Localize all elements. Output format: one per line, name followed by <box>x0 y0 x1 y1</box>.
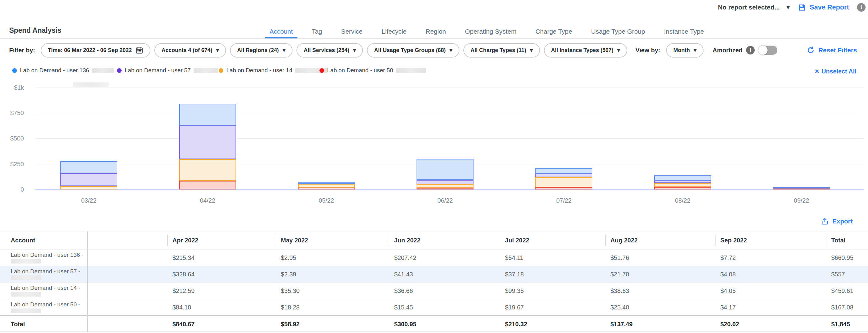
bar-segment-lab-on-demand-user-50-05-22 <box>298 188 355 190</box>
topbar: No report selected... ▼ Save Report i <box>718 3 866 12</box>
cell-value: $4.08 <box>720 266 736 282</box>
export-button[interactable]: Export <box>821 217 853 225</box>
cell-value: $4.05 <box>720 282 736 299</box>
filter-pill-all-services[interactable]: All Services (254)▼ <box>297 43 363 58</box>
bar-segment-lab-on-demand-user-136-07-22 <box>535 168 592 173</box>
redacted-text <box>11 259 41 264</box>
bar-segment-lab-on-demand-user-57-08-22 <box>654 180 711 183</box>
total-value: $20.02 <box>720 316 739 332</box>
cell-value: $54.11 <box>505 249 523 266</box>
x-tick-label: 08/22 <box>658 197 707 204</box>
filter-pill-all-instance-types[interactable]: All Instance Types (507)▼ <box>544 43 627 58</box>
cell-value: $15.45 <box>394 299 413 315</box>
legend-item-lab-on-demand-user-136[interactable]: Lab on Demand - user 136 <box>12 67 114 74</box>
column-header-jun-2022: Jun 2022 <box>389 235 421 246</box>
cell-value: $36.66 <box>394 282 413 299</box>
x-tick-label: 09/22 <box>777 197 826 204</box>
pill-label: Time: 06 Mar 2022 - 06 Sep 2022 <box>48 47 132 54</box>
tab-usage-type-group[interactable]: Usage Type Group <box>591 25 645 39</box>
cell-value: $2.39 <box>281 266 296 282</box>
tab-region[interactable]: Region <box>426 25 446 39</box>
report-selector-dropdown[interactable]: No report selected... ▼ <box>718 4 790 11</box>
gridline <box>35 113 864 113</box>
stacked-bar-chart: $1k$750$500$250003/2204/2205/2206/2207/2… <box>0 82 868 208</box>
total-value: $300.95 <box>394 316 416 332</box>
tab-operating-system[interactable]: Operating System <box>465 25 517 39</box>
table-row-lab-on-demand-user-57: Lab on Demand - user 57 -$328.64$2.39$41… <box>0 266 868 282</box>
y-tick-label: 0 <box>0 185 24 194</box>
amortized-info-icon[interactable]: i <box>746 46 755 55</box>
info-icon[interactable]: i <box>857 3 866 12</box>
filter-pill-all-usage-type-groups[interactable]: All Usage Type Groups (68)▼ <box>367 43 459 58</box>
redacted-text <box>92 68 114 73</box>
cell-value: $25.40 <box>611 299 629 315</box>
redacted-text <box>193 68 218 73</box>
spend-analysis-page: No report selected... ▼ Save Report i Sp… <box>0 0 868 333</box>
cell-value: $51.76 <box>611 249 629 266</box>
cell-value: $18.28 <box>281 299 300 315</box>
legend-dot <box>219 68 223 73</box>
filter-pill-time-06-mar-2022-06-sep-2022[interactable]: Time: 06 Mar 2022 - 06 Sep 2022 <box>41 43 150 58</box>
legend-label: Lab on Demand - user 57 <box>125 67 190 74</box>
cell-value: $41.43 <box>394 266 413 282</box>
account-column-divider <box>87 231 88 332</box>
cell-value: $212.59 <box>173 282 194 299</box>
filter-pill-accounts-4[interactable]: Accounts 4 (of 674)▼ <box>154 43 226 58</box>
legend-label: Lab on Demand - user 14 <box>226 67 292 74</box>
cell-value: $557 <box>831 266 845 282</box>
x-tick-label: 06/22 <box>421 197 469 204</box>
column-header-may-2022: May 2022 <box>276 235 308 246</box>
bar-segment-lab-on-demand-user-50-04-22 <box>179 181 236 190</box>
account-name: Lab on Demand - user 57 - <box>11 268 80 275</box>
cell-value: $459.61 <box>831 282 853 299</box>
legend-item-lab-on-demand-user-50[interactable]: Lab on Demand - user 50 <box>319 67 426 74</box>
bar-segment-lab-on-demand-user-50-06-22 <box>416 188 473 190</box>
gridline <box>35 138 864 139</box>
bar-segment-lab-on-demand-user-136-09-22 <box>773 187 830 188</box>
tab-instance-type[interactable]: Instance Type <box>664 25 704 39</box>
page-title: Spend Analysis <box>9 26 61 35</box>
y-tick-label: $750 <box>0 109 24 117</box>
filter-bar: Filter by: Time: 06 Mar 2022 - 06 Sep 20… <box>9 42 868 58</box>
legend-dot <box>319 68 324 73</box>
save-report-button[interactable]: Save Report <box>798 3 849 12</box>
report-selector-value: No report selected... <box>718 4 780 11</box>
tab-service[interactable]: Service <box>341 25 363 39</box>
legend-label: Lab on Demand - user 50 <box>327 67 393 74</box>
legend-item-lab-on-demand-user-14[interactable]: Lab on Demand - user 14 <box>219 67 328 74</box>
view-by-dropdown[interactable]: Month ▼ <box>666 43 704 58</box>
tab-tag[interactable]: Tag <box>312 25 322 39</box>
column-header-aug-2022: Aug 2022 <box>605 235 638 246</box>
tab-charge-type[interactable]: Charge Type <box>535 25 572 39</box>
chevron-down-icon: ▼ <box>786 5 790 9</box>
export-label: Export <box>832 218 853 225</box>
column-header-jul-2022: Jul 2022 <box>500 235 529 246</box>
reset-filters-button[interactable]: Reset Filters <box>807 46 857 54</box>
bar-segment-lab-on-demand-user-136-05-22 <box>298 182 355 184</box>
table-row-lab-on-demand-user-50: Lab on Demand - user 50 -$84.10$18.28$15… <box>0 299 868 315</box>
tab-account[interactable]: Account <box>270 25 293 39</box>
cell-value: $84.10 <box>173 299 191 315</box>
view-by-label: View by: <box>636 47 660 54</box>
tab-lifecycle[interactable]: Lifecycle <box>382 25 407 39</box>
pill-label: Accounts 4 (of 674) <box>161 47 212 54</box>
filter-pill-all-charge-types[interactable]: All Charge Types (11)▼ <box>463 43 540 58</box>
y-tick-label: $500 <box>0 134 24 143</box>
x-tick-label: 07/22 <box>539 197 588 204</box>
table-row-lab-on-demand-user-136: Lab on Demand - user 136 -$215.34$2.95$2… <box>0 249 868 266</box>
bar-segment-lab-on-demand-user-136-03-22 <box>60 161 117 173</box>
redacted-text <box>11 275 41 280</box>
chevron-down-icon: ▼ <box>617 48 620 52</box>
calendar-icon <box>135 46 143 54</box>
view-by-group: View by: Month ▼ <box>636 43 704 58</box>
spend-table: AccountApr 2022May 2022Jun 2022Jul 2022A… <box>0 231 868 332</box>
export-icon <box>821 217 829 225</box>
amortized-toggle[interactable] <box>758 45 777 55</box>
filter-pill-all-regions[interactable]: All Regions (24)▼ <box>230 43 292 58</box>
x-tick-label: 04/22 <box>183 197 232 204</box>
tabs: AccountTagServiceLifecycleRegionOperatin… <box>270 25 704 39</box>
bar-segment-lab-on-demand-user-57-04-22 <box>179 126 236 159</box>
legend-item-lab-on-demand-user-57[interactable]: Lab on Demand - user 57 <box>117 67 218 74</box>
unselect-all-button[interactable]: × Unselect All <box>815 68 856 75</box>
total-value: $58.92 <box>281 316 300 332</box>
